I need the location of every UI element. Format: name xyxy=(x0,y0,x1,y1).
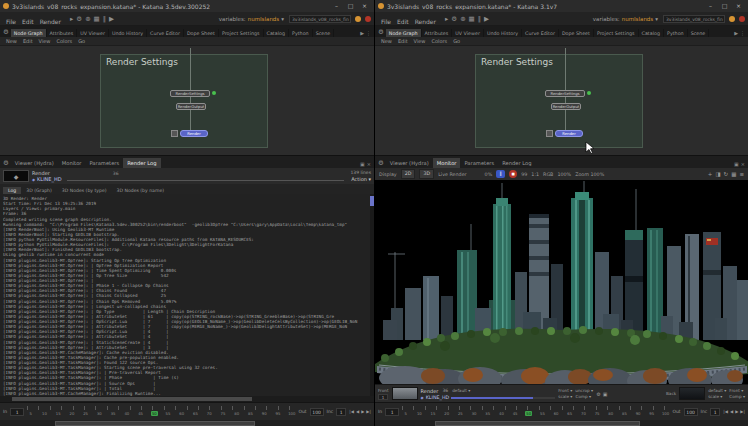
gear-icon[interactable]: ⚙ xyxy=(451,15,457,23)
timeline-range-scrollbar[interactable] xyxy=(0,420,374,426)
top-tab[interactable]: Curve Editor xyxy=(522,29,559,37)
frame-tick[interactable]: 80 xyxy=(607,411,614,416)
monitor-viewport[interactable] xyxy=(375,180,748,384)
top-tab[interactable]: Attributes xyxy=(422,29,453,37)
nodegraph-menu-item[interactable]: Edit xyxy=(396,38,410,44)
scrollbar-thumb[interactable] xyxy=(370,196,374,206)
top-tab[interactable]: Attributes xyxy=(47,29,78,37)
frame-tick[interactable]: 90 xyxy=(635,411,642,416)
pane-tab[interactable]: Viewer (Hydra) xyxy=(386,158,433,168)
menu-item[interactable]: Render xyxy=(412,18,439,25)
play-icon[interactable]: ▶ xyxy=(484,15,489,23)
node-rendersettings[interactable]: RenderSettings xyxy=(545,90,585,97)
pixel-ratio[interactable]: 1:1 xyxy=(531,172,539,177)
frame-tick[interactable]: 70 xyxy=(580,411,587,416)
top-tab[interactable]: Project Settings xyxy=(594,29,639,37)
minimize-button[interactable]: – xyxy=(704,1,717,11)
pointer-icon[interactable]: ▸ xyxy=(445,15,448,23)
nodegraph-menu-item[interactable]: New xyxy=(379,38,394,44)
menu-item[interactable]: File xyxy=(3,18,19,25)
node-graph-canvas[interactable]: Render Settings RenderSettings RenderOut… xyxy=(0,46,374,155)
frame-tick[interactable]: 55 xyxy=(165,411,172,416)
node-view-led[interactable] xyxy=(587,91,591,95)
frame-tick[interactable]: 85 xyxy=(247,411,254,416)
top-tab[interactable]: Project Settings xyxy=(219,29,264,37)
frame-tick[interactable]: 10 xyxy=(416,411,423,416)
frame-tick[interactable]: 100 xyxy=(662,411,669,416)
frame-tick[interactable]: 45 xyxy=(137,411,144,416)
comp-dropdown[interactable]: Comp ▾ xyxy=(575,394,591,399)
channel-selector[interactable]: RGB xyxy=(543,172,553,177)
mode-2d-button[interactable]: 2D xyxy=(401,169,416,179)
catalog-item-name[interactable]: KLINE_HD xyxy=(37,176,62,182)
frame-ruler[interactable]: 5101520253035404550556065707580859095100 xyxy=(402,405,669,419)
zoom-control[interactable]: Zoom 100% xyxy=(575,172,604,177)
frame-tick[interactable]: 40 xyxy=(498,411,505,416)
swap-icon[interactable]: ◨ xyxy=(715,171,720,177)
variables-value[interactable]: numIslands xyxy=(622,16,654,22)
crop-dropdown[interactable]: uncrop ▾ xyxy=(575,388,593,393)
log-sub-tab[interactable]: 3D Nodes (by type) xyxy=(57,187,112,194)
frame-tick[interactable]: 85 xyxy=(621,411,628,416)
back-view-dropdown[interactable]: Front ▾ xyxy=(729,388,745,393)
session-field[interactable]: 3v3islands_v08_rocks_fin xyxy=(663,15,725,23)
frame-tick[interactable]: 5 xyxy=(402,411,409,416)
node-graph-canvas[interactable]: Render Settings RenderSettings RenderOut… xyxy=(375,46,748,155)
gear-icon[interactable]: ⚙ xyxy=(378,159,384,167)
timeline[interactable]: In 1 51015202530354045505560657075808590… xyxy=(0,402,374,420)
top-tab[interactable]: Node Graph xyxy=(386,29,422,37)
transport-button[interactable]: |◀ xyxy=(349,409,354,414)
pin-icon[interactable]: ▣ xyxy=(360,161,365,167)
action-dropdown[interactable]: Action ▾ xyxy=(351,176,371,182)
front-buffer-thumbnail[interactable] xyxy=(392,387,418,400)
top-tab[interactable]: Dope Sheet xyxy=(559,29,594,37)
top-tab[interactable]: Python xyxy=(664,29,688,37)
node-render-chip[interactable] xyxy=(171,130,178,137)
transport-button[interactable]: ▶ xyxy=(735,409,738,414)
zoom-percent[interactable]: 100% xyxy=(557,172,571,177)
render-log-output[interactable]: 3D Render: RenderStart Time: Fri Dec 13 … xyxy=(0,194,374,396)
pane-tab[interactable]: Render Log xyxy=(123,158,160,168)
mode-3d-button[interactable]: 3D xyxy=(419,169,434,179)
gear-icon[interactable]: ⚙ xyxy=(596,391,600,397)
frame-tick[interactable]: 35 xyxy=(484,411,491,416)
frame-tick[interactable]: 70 xyxy=(206,411,213,416)
menu-icon[interactable]: ≡ xyxy=(739,171,744,177)
stop-render-button[interactable]: ■ xyxy=(509,170,517,178)
frame-tick[interactable]: 30 xyxy=(96,411,103,416)
refresh-icon[interactable]: ↻ xyxy=(724,171,729,177)
frame-tick[interactable]: 50 xyxy=(151,411,158,416)
pane-tab[interactable]: Parameters xyxy=(85,158,123,168)
node-render-chip[interactable] xyxy=(546,130,553,137)
compare-icon[interactable]: + xyxy=(708,171,713,177)
nodegraph-menu-item[interactable]: Go xyxy=(451,38,462,44)
snapshot-icon[interactable]: ▣ xyxy=(603,391,608,397)
render-indicator[interactable] xyxy=(355,16,361,22)
pane-tab[interactable]: Parameters xyxy=(460,158,498,168)
frame-tick[interactable]: 60 xyxy=(553,411,560,416)
top-tab[interactable]: UV Viewer xyxy=(452,29,484,37)
back-scale-dropdown[interactable]: scale ▾ xyxy=(708,394,726,399)
frame-tick[interactable]: 25 xyxy=(82,411,89,416)
menu-item[interactable]: File xyxy=(378,18,394,25)
render-thumbnail[interactable]: ◆ xyxy=(3,170,29,182)
frame-tick[interactable]: 30 xyxy=(471,411,478,416)
log-vertical-scrollbar[interactable] xyxy=(370,194,374,396)
menu-item[interactable]: Render xyxy=(37,18,64,25)
transport-button[interactable]: ◀ xyxy=(730,409,733,414)
message-counter[interactable]: 99 xyxy=(521,172,527,177)
close-button[interactable]: × xyxy=(358,1,371,11)
target-icon[interactable]: ⊕ xyxy=(460,15,465,23)
variables-value[interactable]: numIslands xyxy=(248,16,280,22)
tab-overflow-icon[interactable]: ▶ xyxy=(360,30,364,36)
transport-button[interactable]: ▶ xyxy=(361,409,364,414)
log-horizontal-scrollbar[interactable] xyxy=(0,396,374,402)
frame-tick[interactable]: 35 xyxy=(110,411,117,416)
node-render[interactable]: Render xyxy=(180,130,208,137)
range-thumb[interactable] xyxy=(55,421,255,426)
top-tab[interactable]: Catalog xyxy=(264,29,289,37)
nodegraph-menu-item[interactable]: Go xyxy=(76,38,87,44)
in-field[interactable]: 1 xyxy=(10,408,24,416)
transport-button[interactable]: |◀ xyxy=(723,409,728,414)
frame-ruler[interactable]: 5101520253035404550556065707580859095100 xyxy=(27,405,295,419)
